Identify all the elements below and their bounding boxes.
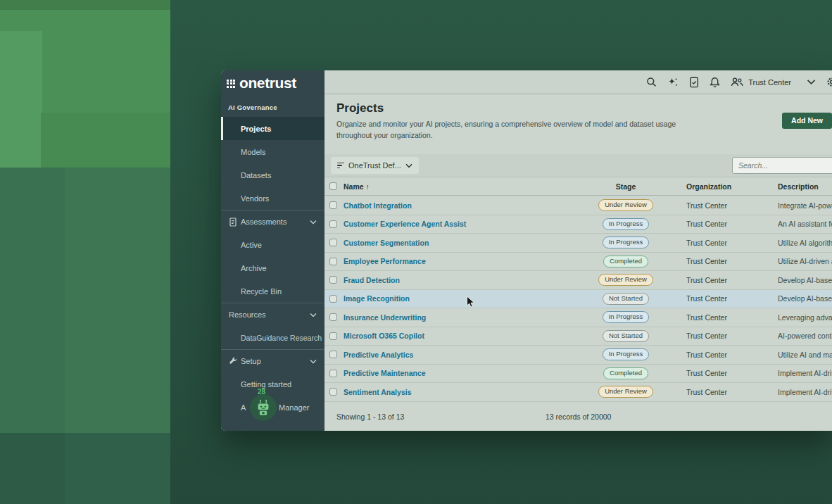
search-input[interactable] xyxy=(732,157,832,174)
row-checkbox[interactable] xyxy=(329,295,337,303)
table-row[interactable]: Predictive Analytics In Progress Trust C… xyxy=(324,346,832,365)
table-row[interactable]: Sentiment Analysis Under Review Trust Ce… xyxy=(324,383,832,402)
sidebar-item-recycle-bin[interactable]: Recycle Bin xyxy=(221,279,324,303)
description-cell: Implement AI-drive xyxy=(778,369,832,377)
stage-badge: Under Review xyxy=(598,199,653,211)
table-row[interactable]: Chatbot Integration Under Review Trust C… xyxy=(324,196,832,215)
column-header-name[interactable]: Name ↑ xyxy=(343,182,591,191)
sort-ascending-icon[interactable]: ↑ xyxy=(366,182,370,191)
bg-block xyxy=(41,113,170,168)
view-selector-button[interactable]: OneTrust Def... xyxy=(331,157,419,174)
table-row-highlighted[interactable]: Image Recognition Not Started Trust Cent… xyxy=(324,290,832,309)
organization-cell: Trust Center xyxy=(686,332,778,340)
bg-block xyxy=(0,31,42,168)
assessments-icon xyxy=(229,218,237,227)
row-checkbox[interactable] xyxy=(329,220,337,228)
page-description: Organize and monitor your AI projects, e… xyxy=(336,118,692,141)
top-header-bar: Trust Center xyxy=(324,70,832,94)
table-row[interactable]: Predictive Maintenance Completed Trust C… xyxy=(324,365,832,384)
sidebar-item-archive[interactable]: Archive xyxy=(221,256,324,279)
robot-icon xyxy=(254,398,272,417)
row-checkbox[interactable] xyxy=(329,351,337,358)
filter-sort-icon xyxy=(337,163,344,169)
organization-cell: Trust Center xyxy=(686,220,778,228)
bg-block xyxy=(0,168,65,433)
gear-icon[interactable] xyxy=(826,77,832,88)
project-name-link[interactable]: Predictive Analytics xyxy=(343,351,591,359)
sidebar-item-vendors[interactable]: Vendors xyxy=(221,187,324,210)
account-switcher[interactable]: Trust Center xyxy=(731,77,816,87)
app-grid-icon[interactable] xyxy=(227,80,235,88)
table-row[interactable]: Microsoft O365 Copilot Not Started Trust… xyxy=(324,327,832,346)
document-check-icon[interactable] xyxy=(689,77,699,88)
sidebar-item-projects[interactable]: Projects xyxy=(221,117,324,140)
app-window: onetrust AI Governance Projects Models D… xyxy=(221,70,832,431)
bg-block xyxy=(0,0,170,10)
table-row[interactable]: Employee Performance Completed Trust Cen… xyxy=(324,253,832,272)
row-checkbox[interactable] xyxy=(329,239,337,246)
description-cell: Integrate AI-powere xyxy=(778,201,832,210)
row-checkbox[interactable] xyxy=(329,388,337,396)
sidebar-item-resources[interactable]: Resources xyxy=(221,303,324,326)
row-checkbox[interactable] xyxy=(329,370,337,377)
search-icon[interactable] xyxy=(646,77,657,87)
select-all-checkbox[interactable] xyxy=(329,182,337,190)
chevron-down-icon[interactable] xyxy=(807,79,816,85)
table-row[interactable]: Customer Experience Agent Assist In Prog… xyxy=(324,215,832,234)
project-name-link[interactable]: Insurance Underwriting xyxy=(343,313,591,322)
organization-cell: Trust Center xyxy=(686,313,778,322)
table-row[interactable]: Insurance Underwriting In Progress Trust… xyxy=(324,308,832,327)
project-name-link[interactable]: Customer Segmentation xyxy=(343,239,591,247)
chevron-down-icon[interactable] xyxy=(310,313,317,317)
description-cell: Implement AI-drive xyxy=(778,388,832,396)
project-name-link[interactable]: Sentiment Analysis xyxy=(343,388,591,396)
sidebar-item-active[interactable]: Active xyxy=(221,233,324,256)
table-header-row: Name ↑ Stage Organization Description xyxy=(324,177,832,196)
description-cell: AI-powered conten xyxy=(778,332,832,340)
column-header-organization[interactable]: Organization xyxy=(686,182,778,191)
project-name-link[interactable]: Customer Experience Agent Assist xyxy=(343,220,591,228)
table-row[interactable]: Fraud Detection Under Review Trust Cente… xyxy=(324,271,832,290)
column-header-stage[interactable]: Stage xyxy=(591,182,660,191)
row-checkbox[interactable] xyxy=(329,332,337,340)
add-new-button[interactable]: Add New xyxy=(782,113,832,129)
main-panel: Trust Center Projects Organize and monit… xyxy=(324,70,832,431)
row-checkbox[interactable] xyxy=(329,276,337,284)
people-icon xyxy=(731,77,743,87)
organization-cell: Trust Center xyxy=(686,388,778,396)
organization-cell: Trust Center xyxy=(686,257,778,265)
notification-count-badge: 28 xyxy=(258,388,265,396)
assistant-avatar[interactable] xyxy=(250,394,277,421)
sidebar-item-setup[interactable]: Setup xyxy=(221,349,324,372)
sidebar-item-assessments[interactable]: Assessments xyxy=(221,210,324,233)
project-name-link[interactable]: Chatbot Integration xyxy=(343,201,591,210)
row-checkbox[interactable] xyxy=(329,201,337,209)
column-header-description[interactable]: Description xyxy=(778,182,832,191)
organization-cell: Trust Center xyxy=(686,369,778,377)
chevron-down-icon[interactable] xyxy=(310,359,317,364)
table-row[interactable]: Customer Segmentation In Progress Trust … xyxy=(324,234,832,253)
row-checkbox[interactable] xyxy=(329,258,337,265)
sidebar-item-dataguidance-research[interactable]: DataGuidance Research xyxy=(221,326,324,349)
bell-icon[interactable] xyxy=(710,77,720,88)
organization-cell: Trust Center xyxy=(686,239,778,247)
logo[interactable]: onetrust xyxy=(221,70,324,96)
bg-block xyxy=(0,433,65,504)
description-cell: An AI assistant for c xyxy=(778,220,832,228)
project-name-link[interactable]: Microsoft O365 Copilot xyxy=(343,332,591,340)
sidebar-item-datasets[interactable]: Datasets xyxy=(221,163,324,187)
stage-badge: In Progress xyxy=(603,237,650,248)
stage-badge: In Progress xyxy=(603,218,650,230)
sidebar-item-getting-started[interactable]: Getting started xyxy=(221,372,324,396)
sidebar-item-models[interactable]: Models xyxy=(221,140,324,163)
project-name-link[interactable]: Fraud Detection xyxy=(343,276,591,284)
row-checkbox[interactable] xyxy=(329,313,337,321)
project-name-link[interactable]: Employee Performance xyxy=(343,257,591,265)
chevron-down-icon[interactable] xyxy=(310,220,317,225)
organization-cell: Trust Center xyxy=(686,351,778,359)
project-name-link[interactable]: Predictive Maintenance xyxy=(343,369,591,377)
stage-badge: Not Started xyxy=(603,293,649,305)
sparkles-icon[interactable] xyxy=(667,77,679,88)
stage-badge: Under Review xyxy=(598,386,653,398)
stage-badge: In Progress xyxy=(603,348,650,360)
